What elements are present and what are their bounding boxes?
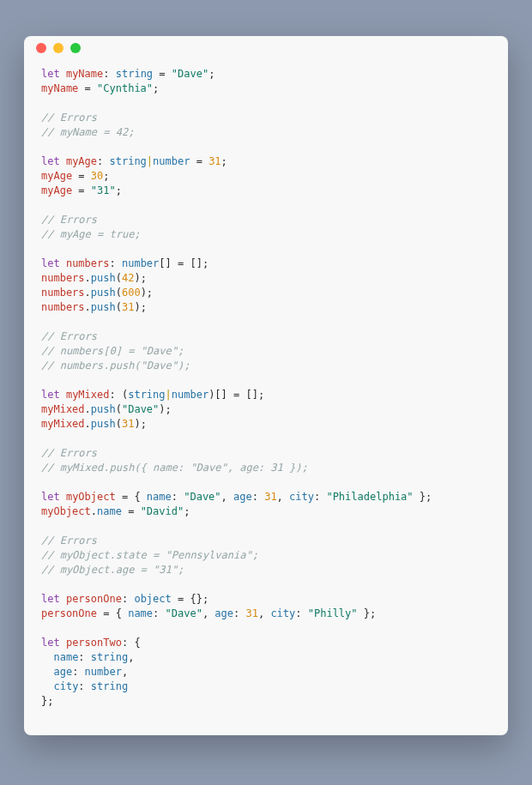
code-line: name: string, bbox=[41, 650, 491, 665]
code-line: myAge = 30; bbox=[41, 169, 491, 184]
code-line: let myAge: string|number = 31; bbox=[41, 154, 491, 169]
token-pun: ; bbox=[116, 184, 122, 196]
token-pun bbox=[60, 593, 66, 605]
token-call: push bbox=[91, 418, 116, 430]
token-pun: : { bbox=[122, 637, 141, 649]
token-pun: : bbox=[314, 491, 326, 503]
code-line: // myObject.age = "31"; bbox=[41, 563, 491, 577]
token-pun bbox=[60, 68, 66, 80]
token-prop: name bbox=[53, 651, 78, 663]
code-line: // Errors bbox=[41, 111, 491, 125]
token-pun: ); bbox=[134, 301, 146, 313]
token-pun: : bbox=[78, 680, 90, 692]
token-com: // myAge = true; bbox=[41, 228, 141, 240]
token-pun bbox=[41, 666, 53, 678]
token-str: "Dave" bbox=[122, 403, 159, 415]
token-pun: ); bbox=[134, 418, 146, 430]
token-pun: [] = []; bbox=[159, 257, 209, 269]
token-pun: : bbox=[122, 593, 134, 605]
code-line: // myAge = true; bbox=[41, 227, 491, 242]
code-line: let myMixed: (string|number)[] = []; bbox=[41, 388, 491, 402]
token-pun: ( bbox=[116, 272, 122, 284]
code-line bbox=[41, 519, 491, 534]
token-pun: ; bbox=[103, 170, 109, 182]
code-line bbox=[41, 432, 491, 446]
token-type: string bbox=[116, 68, 153, 80]
token-type: string bbox=[91, 651, 128, 663]
token-pun: = bbox=[153, 68, 172, 80]
token-pun bbox=[60, 389, 66, 401]
code-line bbox=[41, 242, 491, 257]
token-kw: let bbox=[41, 389, 60, 401]
code-line: let personOne: object = {}; bbox=[41, 592, 491, 607]
code-line: numbers.push(600); bbox=[41, 286, 491, 300]
token-prop: city bbox=[289, 491, 314, 503]
code-line bbox=[41, 621, 491, 636]
token-pun: ); bbox=[134, 272, 146, 284]
token-type: string bbox=[128, 389, 165, 401]
token-pun: = {}; bbox=[172, 593, 209, 605]
token-com: // myObject.age = "31"; bbox=[41, 564, 184, 576]
token-pun: ; bbox=[209, 68, 215, 80]
token-kw: let bbox=[41, 257, 60, 269]
token-prop: name bbox=[97, 505, 122, 517]
token-var: myMixed bbox=[41, 403, 85, 415]
token-pun: : bbox=[97, 155, 109, 167]
token-pun: ( bbox=[116, 287, 122, 299]
token-pun: : bbox=[172, 491, 184, 503]
token-pun: : bbox=[103, 68, 115, 80]
token-prop: age bbox=[53, 666, 72, 678]
code-window: let myName: string = "Dave";myName = "Cy… bbox=[24, 36, 508, 735]
token-pun: : bbox=[153, 607, 165, 619]
token-pun: = { bbox=[97, 607, 128, 619]
token-var: numbers bbox=[41, 301, 85, 313]
token-str: "Dave" bbox=[166, 607, 203, 619]
code-line bbox=[41, 475, 491, 490]
token-str: "Cynthia" bbox=[97, 82, 153, 94]
token-num: 31 bbox=[122, 301, 134, 313]
code-line bbox=[41, 140, 491, 154]
token-str: "David" bbox=[141, 505, 184, 517]
token-kw: let bbox=[41, 155, 60, 167]
token-pun: : bbox=[252, 491, 264, 503]
token-pun: : bbox=[72, 666, 84, 678]
token-prop: city bbox=[270, 607, 295, 619]
code-line: myAge = "31"; bbox=[41, 184, 491, 198]
token-com: // myObject.state = "Pennsylvania"; bbox=[41, 549, 258, 561]
token-pun: ; bbox=[221, 155, 227, 167]
token-var: myObject bbox=[66, 491, 116, 503]
maximize-icon[interactable] bbox=[70, 43, 81, 53]
token-pun: , bbox=[221, 491, 233, 503]
token-op: | bbox=[147, 155, 153, 167]
token-pun: = bbox=[190, 155, 209, 167]
token-pun: : bbox=[78, 651, 90, 663]
token-var: personTwo bbox=[66, 637, 122, 649]
token-call: push bbox=[91, 301, 116, 313]
code-line: myObject.name = "David"; bbox=[41, 504, 491, 519]
minimize-icon[interactable] bbox=[53, 43, 63, 53]
token-pun bbox=[60, 637, 66, 649]
token-pun: . bbox=[85, 403, 91, 415]
token-pun: , bbox=[277, 491, 289, 503]
token-pun bbox=[60, 491, 66, 503]
token-type: number bbox=[85, 666, 122, 678]
token-num: 31 bbox=[245, 607, 257, 619]
token-type: string bbox=[91, 680, 128, 692]
token-prop: age bbox=[233, 491, 252, 503]
close-icon[interactable] bbox=[36, 43, 46, 53]
token-type: number bbox=[122, 257, 159, 269]
token-var: numbers bbox=[41, 287, 85, 299]
token-pun: )[] = []; bbox=[209, 389, 264, 401]
code-line: // numbers[0] = "Dave"; bbox=[41, 344, 491, 359]
token-pun bbox=[41, 651, 53, 663]
token-str: "Philadelphia" bbox=[326, 491, 413, 503]
token-pun: = { bbox=[116, 491, 147, 503]
token-pun: }; bbox=[41, 695, 53, 707]
token-op: | bbox=[166, 389, 172, 401]
code-line: let personTwo: { bbox=[41, 636, 491, 650]
code-line: // myMixed.push({ name: "Dave", age: 31 … bbox=[41, 461, 491, 475]
token-com: // myMixed.push({ name: "Dave", age: 31 … bbox=[41, 462, 308, 474]
token-pun bbox=[41, 680, 53, 692]
code-line: let myObject = { name: "Dave", age: 31, … bbox=[41, 490, 491, 504]
token-num: 31 bbox=[122, 418, 134, 430]
